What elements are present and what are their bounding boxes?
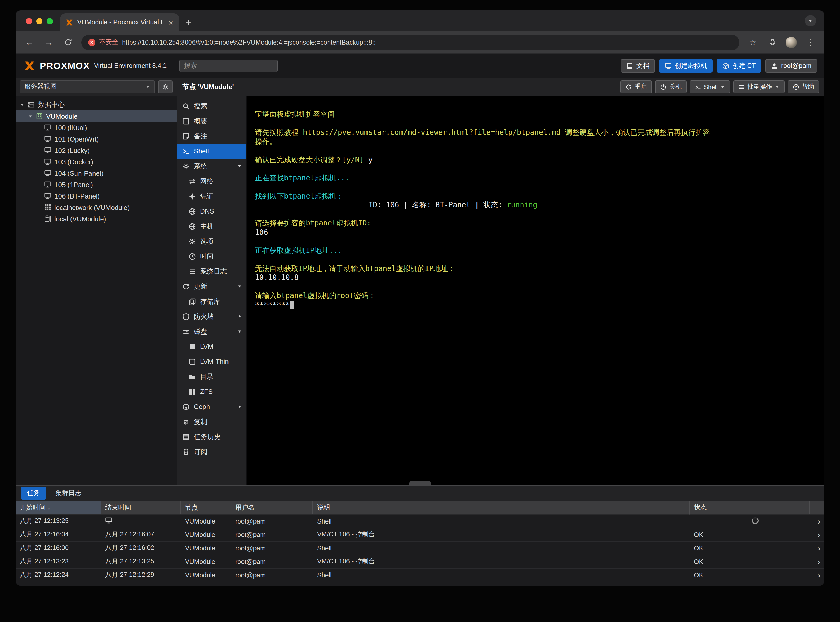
terminal[interactable]: 宝塔面板虚拟机扩容空间 请先按照教程 https://pve.vumstar.c… — [247, 96, 825, 485]
task-row[interactable]: 八月 27 12:16:00八月 27 12:16:02VUModuleroot… — [15, 542, 825, 555]
task-col-start-time[interactable]: 开始时间 ↓ — [15, 501, 101, 515]
menu-item-zfs[interactable]: ZFS — [177, 384, 246, 399]
terminal-line: 正在查找btpanel虚拟机... — [255, 173, 816, 183]
menu-item-search[interactable]: 搜索 — [177, 99, 246, 113]
bulk-actions-button[interactable]: 批量操作 — [733, 80, 785, 93]
tasks-tab[interactable]: 任务 — [21, 487, 46, 500]
menu-item-syslog[interactable]: 系统日志 — [177, 264, 246, 279]
task-col-end-time[interactable]: 结束时间 — [101, 501, 181, 515]
menu-item-task-history[interactable]: 任务历史 — [177, 429, 246, 444]
reload-button[interactable] — [62, 38, 74, 46]
tab-close-icon[interactable]: × — [167, 18, 174, 27]
shutdown-button[interactable]: 关机 — [655, 80, 687, 93]
task-col-description[interactable]: 说明 — [313, 501, 690, 515]
menu-item-ceph[interactable]: Ceph — [177, 399, 246, 414]
bookmark-star-icon[interactable]: ☆ — [747, 38, 759, 47]
menu-item-system[interactable]: 系统 — [177, 159, 246, 174]
tab-title: VUModule - Proxmox Virtual E — [77, 19, 163, 26]
task-col-node[interactable]: 节点 — [181, 501, 231, 515]
tree-item-vm-102[interactable]: 102 (Lucky) — [15, 145, 177, 156]
sort-arrow-icon: ↓ — [47, 504, 51, 511]
terminal-cursor — [291, 301, 295, 309]
menu-item-replication[interactable]: 复制 — [177, 414, 246, 429]
create-vm-button[interactable]: 创建虚拟机 — [659, 59, 713, 73]
task-row[interactable]: 八月 27 12:13:25VUModuleroot@pamShell› — [15, 515, 825, 528]
menu-item-lvmthin[interactable]: LVM-Thin — [177, 354, 246, 369]
profile-avatar[interactable] — [785, 37, 797, 48]
view-mode-select[interactable]: 服务器视图 — [20, 80, 155, 93]
puzzle-icon — [768, 38, 776, 46]
tree-item-vm-104[interactable]: 104 (Sun-Panel) — [15, 168, 177, 179]
tree-item-vm-106[interactable]: 106 (BT-Panel) — [15, 190, 177, 202]
window-minimize-button[interactable] — [36, 18, 43, 24]
menu-item-directory[interactable]: 目录 — [177, 369, 246, 384]
terminal-line: 操作。 — [255, 137, 816, 146]
forward-button[interactable]: → — [43, 37, 55, 47]
terminal-line: 无法自动获取IP地址，请手动输入btpanel虚拟机的IP地址： — [255, 264, 816, 273]
task-col-status[interactable]: 状态 — [690, 501, 810, 515]
extensions-icon[interactable] — [766, 38, 778, 46]
task-row[interactable]: 八月 27 12:12:24八月 27 12:12:29VUModuleroot… — [15, 569, 825, 582]
help-button[interactable]: ?帮助 — [788, 80, 819, 93]
task-row[interactable]: 八月 27 12:16:04八月 27 12:16:07VUModuleroot… — [15, 528, 825, 542]
tab-search-button[interactable] — [805, 15, 816, 26]
create-ct-button[interactable]: 创建 CT — [717, 59, 761, 73]
menu-item-time[interactable]: 时间 — [177, 249, 246, 264]
row-chevron-icon[interactable]: › — [810, 555, 825, 569]
row-chevron-icon[interactable]: › — [810, 569, 825, 582]
menu-item-dns[interactable]: DNS — [177, 204, 246, 219]
menu-item-certificates[interactable]: 凭证 — [177, 189, 246, 204]
menu-item-updates[interactable]: 更新 — [177, 279, 246, 294]
tasks-icon — [183, 433, 190, 440]
documentation-button[interactable]: 文档 — [621, 59, 655, 73]
tree-item-vm-103[interactable]: 103 (Docker) — [15, 156, 177, 168]
row-chevron-icon[interactable]: › — [810, 515, 825, 528]
menu-item-subscription[interactable]: 订阅 — [177, 444, 246, 459]
menu-item-options[interactable]: 选项 — [177, 234, 246, 249]
caret-down-icon[interactable] — [28, 114, 33, 119]
menu-item-repositories[interactable]: 存储库 — [177, 294, 246, 309]
global-search-input[interactable]: 搜索 — [179, 59, 278, 72]
monitor-icon — [44, 169, 51, 177]
menu-item-notes[interactable]: 备注 — [177, 128, 246, 143]
task-col-user[interactable]: 用户名 — [231, 501, 313, 515]
caret-down-icon — [775, 84, 779, 89]
view-settings-button[interactable] — [158, 80, 173, 93]
monitor-icon — [105, 517, 113, 524]
pve-header-buttons: 文档创建虚拟机创建 CTroot@pam — [621, 59, 817, 73]
browser-tab[interactable]: VUModule - Proxmox Virtual E × — [60, 14, 179, 31]
caret-down-icon[interactable] — [20, 102, 24, 107]
row-chevron-icon[interactable]: › — [810, 542, 825, 555]
panel-collapse-handle[interactable] — [409, 481, 431, 486]
menu-item-summary[interactable]: 概要 — [177, 113, 246, 128]
restart-button[interactable]: 重启 — [621, 80, 652, 93]
exchange-icon — [189, 178, 196, 185]
task-row[interactable]: 八月 27 12:13:23八月 27 12:13:25VUModuleroot… — [15, 555, 825, 569]
tree-item-storage-local[interactable]: local (VUModule) — [15, 213, 177, 224]
window-zoom-button[interactable] — [47, 18, 53, 24]
tree-item-vm-105[interactable]: 105 (1Panel) — [15, 179, 177, 190]
spinner-icon — [752, 517, 759, 524]
cluster-log-tab[interactable]: 集群日志 — [53, 487, 84, 500]
shell-button[interactable]: Shell — [690, 80, 730, 93]
user-menu-button[interactable]: root@pam — [765, 59, 817, 73]
tree-item-vm-101[interactable]: 101 (OpenWrt) — [15, 133, 177, 145]
back-button[interactable]: ← — [24, 37, 35, 47]
menu-item-hosts[interactable]: 主机 — [177, 219, 246, 234]
menu-item-network[interactable]: 网络 — [177, 174, 246, 189]
tree-item-vm-100[interactable]: 100 (iKuai) — [15, 122, 177, 133]
menu-item-shell[interactable]: Shell — [177, 143, 246, 159]
new-tab-button[interactable]: + — [186, 17, 191, 27]
browser-menu-icon[interactable]: ⋮ — [805, 38, 816, 47]
tree-item-storage-localnetwork[interactable]: localnetwork (VUModule) — [15, 202, 177, 213]
row-chevron-icon[interactable]: › — [810, 528, 825, 542]
terminal-line: 找到以下btpanel虚拟机： — [255, 192, 816, 201]
menu-item-disks[interactable]: 磁盘 — [177, 324, 246, 339]
menu-item-firewall[interactable]: 防火墙 — [177, 309, 246, 324]
terminal-line — [255, 255, 816, 264]
tree-item-node-vumodule[interactable]: VUModule — [15, 110, 177, 122]
menu-item-lvm[interactable]: LVM — [177, 339, 246, 354]
tree-item-datacenter[interactable]: 数据中心 — [15, 99, 177, 110]
window-close-button[interactable] — [26, 18, 32, 24]
address-bar[interactable]: × 不安全 https://10.10.10.254:8006/#v1:0:=n… — [81, 35, 740, 50]
